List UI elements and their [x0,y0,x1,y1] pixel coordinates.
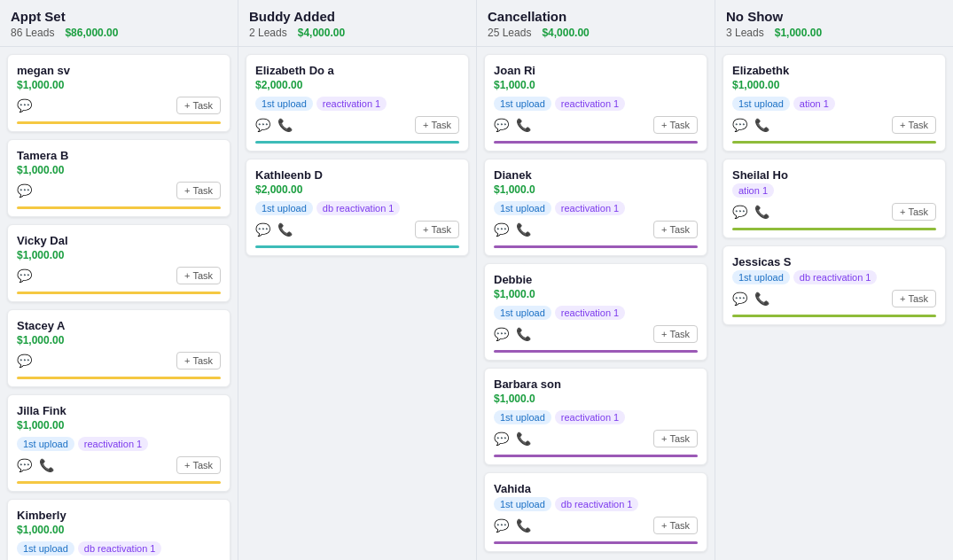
phone-icon[interactable]: 📞 [277,118,293,132]
chat-icon[interactable]: 💬 [732,205,747,219]
card-divider [494,141,698,144]
leads-count-cancellation: 25 Leads [488,27,531,39]
card: Barbara son$1,000.01st uploadreactivatio… [484,368,707,465]
card-tags: 1st uploaddb reactivation 1 [494,497,698,511]
chat-icon[interactable]: 💬 [17,98,32,113]
tag: ation 1 [793,97,835,111]
phone-icon[interactable]: 📞 [277,222,293,237]
card-divider [17,121,221,124]
leads-amount-appt-set: $86,000.00 [65,27,118,39]
task-button[interactable]: + Task [176,456,221,474]
chat-icon[interactable]: 💬 [17,354,32,368]
phone-icon[interactable]: 📞 [516,432,531,446]
tag: 1st upload [494,410,551,424]
chat-icon[interactable]: 💬 [17,268,32,283]
task-button[interactable]: + Task [415,221,459,238]
task-button[interactable]: + Task [653,325,698,343]
card-divider [255,245,459,248]
chat-icon[interactable]: 💬 [17,183,32,198]
card-name: megan sv [17,64,221,77]
card: Kathleenb D$2,000.001st uploaddb reactiv… [246,159,469,256]
chat-icon[interactable]: 💬 [255,222,270,237]
phone-icon[interactable]: 📞 [516,222,531,237]
card-icons: 💬📞 [732,205,769,219]
card-divider [494,455,698,457]
chat-icon[interactable]: 💬 [494,327,509,341]
card-divider [17,481,221,484]
column-header-cancellation: Cancellation25 Leads$4,000.00 [477,0,715,47]
phone-icon[interactable]: 📞 [754,118,769,132]
tag: 1st upload [732,97,790,111]
task-button[interactable]: + Task [653,221,698,238]
phone-icon[interactable]: 📞 [516,327,531,341]
phone-icon[interactable]: 📞 [754,292,769,306]
card-footer: 💬+ Task [17,97,221,114]
tag: 1st upload [732,270,790,284]
card-footer: 💬+ Task [17,182,221,199]
chat-icon[interactable]: 💬 [255,118,270,132]
card-icons: 💬 [17,354,32,368]
chat-icon[interactable]: 💬 [732,292,747,306]
task-button[interactable]: + Task [653,517,698,534]
column-buddy-added: Buddy Added2 Leads$4,000.00Elizabeth Do … [238,0,477,560]
leads-count-buddy-added: 2 Leads [249,27,287,39]
tag: db reactivation 1 [78,541,162,556]
card-tags: 1st uploadreactivation 1 [494,410,698,424]
card-footer: 💬📞+ Task [255,221,459,238]
card-amount: $2,000.00 [255,79,459,91]
task-button[interactable]: + Task [653,430,698,447]
chat-icon[interactable]: 💬 [494,222,509,237]
task-button[interactable]: + Task [176,352,221,369]
column-appt-set: Appt Set86 Leads$86,000.00megan sv$1,000… [0,0,238,560]
card: Jessicas S1st uploaddb reactivation 1💬📞+… [723,245,946,325]
task-button[interactable]: + Task [176,267,221,284]
card-footer: 💬📞+ Task [494,325,698,343]
chat-icon[interactable]: 💬 [732,118,747,132]
card-tags: 1st uploaddb reactivation 1 [732,270,936,284]
tag: reactivation 1 [555,410,625,424]
card-icons: 💬 [17,183,32,198]
tag: reactivation 1 [78,437,148,451]
chat-icon[interactable]: 💬 [494,118,509,132]
card-icons: 💬 [17,268,32,283]
task-button[interactable]: + Task [176,97,221,114]
column-header-buddy-added: Buddy Added2 Leads$4,000.00 [238,0,476,47]
card-icons: 💬📞 [494,432,531,446]
phone-icon[interactable]: 📞 [39,458,54,472]
card-icons: 💬📞 [732,292,769,306]
card-name: Joan Ri [494,64,698,77]
task-button[interactable]: + Task [892,203,936,221]
task-button[interactable]: + Task [415,116,459,134]
card-icons: 💬📞 [255,222,293,237]
tag: 1st upload [255,201,313,215]
task-button[interactable]: + Task [176,182,221,199]
phone-icon[interactable]: 📞 [754,205,769,219]
card-footer: 💬📞+ Task [494,116,698,134]
card: Vahida1st uploaddb reactivation 1💬📞+ Tas… [484,472,707,552]
tag: 1st upload [17,437,74,451]
column-cancellation: Cancellation25 Leads$4,000.00Joan Ri$1,0… [477,0,715,560]
column-title-no-show: No Show [726,9,942,24]
tag: 1st upload [494,306,551,320]
chat-icon[interactable]: 💬 [494,518,509,533]
task-button[interactable]: + Task [892,290,936,307]
task-button[interactable]: + Task [653,116,698,134]
phone-icon[interactable]: 📞 [516,518,531,533]
card-divider [732,141,936,144]
chat-icon[interactable]: 💬 [494,432,509,446]
task-button[interactable]: + Task [892,116,936,134]
phone-icon[interactable]: 📞 [516,118,531,132]
column-header-no-show: No Show3 Leads$1,000.00 [715,0,953,47]
card-footer: 💬+ Task [17,267,221,284]
card-amount: $1,000.0 [494,393,698,405]
card-footer: 💬📞+ Task [732,203,936,221]
card-amount: $1,000.0 [494,183,698,196]
card-tags: 1st uploadreactivation 1 [17,437,221,451]
chat-icon[interactable]: 💬 [17,458,32,472]
card-amount: $1,000.00 [17,164,221,176]
column-title-appt-set: Appt Set [11,9,227,24]
card-footer: 💬📞+ Task [494,430,698,447]
card-name: Vicky Dal [17,234,221,247]
card: Elizabethk$1,000.001st uploadation 1💬📞+ … [723,54,946,152]
card-icons: 💬📞 [494,118,531,132]
